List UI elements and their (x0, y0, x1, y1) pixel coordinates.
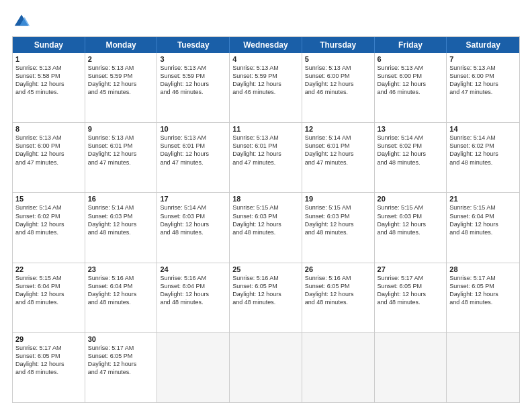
cell-line: and 47 minutes. (232, 158, 299, 167)
cell-line: Sunset: 6:02 PM (449, 142, 517, 150)
cal-cell-20: 20Sunrise: 5:15 AMSunset: 6:03 PMDayligh… (375, 193, 447, 262)
cell-line: Daylight: 12 hours (160, 220, 226, 228)
cell-line: and 48 minutes. (15, 298, 82, 306)
cell-line: Sunset: 6:01 PM (232, 142, 299, 150)
calendar-header: SundayMondayTuesdayWednesdayThursdayFrid… (13, 37, 519, 53)
logo (12, 12, 34, 31)
cell-line: Sunset: 6:05 PM (88, 352, 154, 360)
header-day-friday: Friday (375, 37, 447, 53)
cell-line: and 48 minutes. (88, 298, 154, 306)
cell-line: Sunset: 6:03 PM (305, 212, 371, 220)
cell-line: and 48 minutes. (305, 228, 371, 236)
cal-cell-24: 24Sunrise: 5:16 AMSunset: 6:04 PMDayligh… (157, 263, 230, 332)
cell-line: Daylight: 12 hours (15, 80, 82, 88)
logo-icon (12, 12, 31, 31)
cell-line: Sunrise: 5:15 AM (305, 203, 371, 212)
day-number: 20 (378, 195, 444, 203)
cal-cell-17: 17Sunrise: 5:14 AMSunset: 6:03 PMDayligh… (157, 193, 230, 262)
cell-line: Daylight: 12 hours (88, 290, 154, 298)
cell-line: Sunrise: 5:14 AM (15, 203, 82, 212)
cell-line: Sunrise: 5:13 AM (305, 64, 371, 72)
cal-cell-7: 7Sunrise: 5:13 AMSunset: 6:00 PMDaylight… (447, 53, 519, 122)
day-number: 25 (232, 265, 299, 273)
cell-line: Sunset: 6:05 PM (449, 282, 517, 290)
cell-line: Daylight: 12 hours (15, 150, 82, 158)
cell-line: Daylight: 12 hours (232, 150, 299, 158)
cell-line: Daylight: 12 hours (160, 150, 226, 158)
day-number: 26 (305, 265, 371, 273)
cell-line: Daylight: 12 hours (15, 220, 82, 228)
header-day-wednesday: Wednesday (230, 37, 302, 53)
cell-line: and 46 minutes. (378, 88, 444, 96)
day-number: 18 (232, 195, 299, 203)
cell-line: Sunrise: 5:17 AM (378, 274, 444, 282)
cell-line: Sunset: 6:04 PM (449, 212, 517, 220)
cell-line: and 48 minutes. (15, 368, 82, 376)
cell-line: Sunrise: 5:13 AM (449, 64, 517, 72)
cell-line: Sunset: 6:04 PM (15, 282, 82, 290)
cell-line: Sunset: 6:01 PM (88, 142, 154, 150)
cell-line: and 46 minutes. (232, 88, 299, 96)
day-number: 2 (88, 55, 154, 63)
cell-line: Sunrise: 5:13 AM (160, 134, 226, 142)
cell-line: Sunrise: 5:15 AM (232, 203, 299, 212)
cell-line: Sunrise: 5:16 AM (305, 274, 371, 282)
cell-line: Daylight: 12 hours (449, 220, 517, 228)
cal-cell-19: 19Sunrise: 5:15 AMSunset: 6:03 PMDayligh… (302, 193, 375, 262)
cell-line: Sunrise: 5:15 AM (378, 203, 444, 212)
cell-line: Sunset: 6:05 PM (15, 352, 82, 360)
cal-cell-empty-4-5 (375, 333, 447, 402)
cell-line: and 45 minutes. (88, 88, 154, 96)
cal-cell-21: 21Sunrise: 5:15 AMSunset: 6:04 PMDayligh… (447, 193, 519, 262)
day-number: 1 (15, 55, 82, 63)
cal-cell-empty-4-6 (447, 333, 519, 402)
cell-line: Sunrise: 5:16 AM (160, 274, 226, 282)
calendar-body: 1Sunrise: 5:13 AMSunset: 5:58 PMDaylight… (13, 53, 519, 402)
cell-line: and 48 minutes. (449, 298, 517, 306)
cell-line: Daylight: 12 hours (305, 150, 371, 158)
cell-line: and 48 minutes. (160, 298, 226, 306)
cell-line: Sunrise: 5:13 AM (160, 64, 226, 72)
cal-cell-empty-4-4 (302, 333, 375, 402)
cell-line: and 48 minutes. (378, 228, 444, 236)
cell-line: Daylight: 12 hours (305, 80, 371, 88)
cell-line: Sunset: 6:03 PM (160, 212, 226, 220)
cal-cell-28: 28Sunrise: 5:17 AMSunset: 6:05 PMDayligh… (447, 263, 519, 332)
cal-row-2: 15Sunrise: 5:14 AMSunset: 6:02 PMDayligh… (13, 192, 519, 262)
cal-cell-30: 30Sunrise: 5:17 AMSunset: 6:05 PMDayligh… (85, 333, 158, 402)
cal-cell-15: 15Sunrise: 5:14 AMSunset: 6:02 PMDayligh… (13, 193, 85, 262)
day-number: 5 (305, 55, 371, 63)
cell-line: and 47 minutes. (305, 158, 371, 167)
cal-cell-6: 6Sunrise: 5:13 AMSunset: 6:00 PMDaylight… (375, 53, 447, 122)
cell-line: and 47 minutes. (160, 158, 226, 167)
cell-line: Sunset: 6:00 PM (378, 72, 444, 80)
cal-cell-26: 26Sunrise: 5:16 AMSunset: 6:05 PMDayligh… (302, 263, 375, 332)
cell-line: and 45 minutes. (15, 88, 82, 96)
cell-line: Sunrise: 5:14 AM (160, 203, 226, 212)
cal-cell-18: 18Sunrise: 5:15 AMSunset: 6:03 PMDayligh… (230, 193, 302, 262)
header-day-saturday: Saturday (447, 37, 519, 53)
cell-line: Sunrise: 5:16 AM (88, 274, 154, 282)
cell-line: and 48 minutes. (378, 158, 444, 167)
cell-line: Daylight: 12 hours (449, 80, 517, 88)
cal-row-1: 8Sunrise: 5:13 AMSunset: 6:00 PMDaylight… (13, 122, 519, 192)
cell-line: Daylight: 12 hours (378, 220, 444, 228)
cell-line: Sunrise: 5:15 AM (15, 274, 82, 282)
cell-line: Sunrise: 5:14 AM (378, 134, 444, 142)
cell-line: and 47 minutes. (88, 368, 154, 376)
cal-cell-13: 13Sunrise: 5:14 AMSunset: 6:02 PMDayligh… (375, 123, 447, 192)
day-number: 28 (449, 265, 517, 273)
cal-cell-29: 29Sunrise: 5:17 AMSunset: 6:05 PMDayligh… (13, 333, 85, 402)
day-number: 12 (305, 125, 371, 133)
cell-line: Sunrise: 5:17 AM (15, 344, 82, 352)
cell-line: Daylight: 12 hours (160, 80, 226, 88)
day-number: 13 (378, 125, 444, 133)
cell-line: Sunset: 6:03 PM (88, 212, 154, 220)
cal-cell-9: 9Sunrise: 5:13 AMSunset: 6:01 PMDaylight… (85, 123, 158, 192)
cell-line: and 47 minutes. (15, 158, 82, 167)
day-number: 22 (15, 265, 82, 273)
cell-line: Sunset: 6:05 PM (378, 282, 444, 290)
cell-line: Sunset: 6:01 PM (305, 142, 371, 150)
day-number: 19 (305, 195, 371, 203)
cell-line: Daylight: 12 hours (160, 290, 226, 298)
